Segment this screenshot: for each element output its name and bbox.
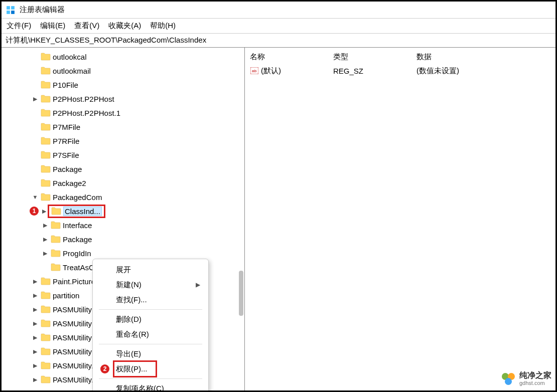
tree-label: PASMUtility bbox=[53, 319, 92, 328]
watermark-logo-icon bbox=[500, 370, 516, 386]
folder-icon bbox=[41, 179, 51, 187]
tree-item[interactable]: ▶P2PHost.P2PHost bbox=[2, 92, 244, 106]
address-bar[interactable]: 计算机\HKEY_CLASSES_ROOT\PackagedCom\ClassI… bbox=[2, 34, 555, 48]
tree-item[interactable]: ▼PackagedCom bbox=[2, 190, 244, 204]
context-menu-item[interactable]: 查找(F)... bbox=[93, 292, 208, 307]
expander-icon[interactable]: ▶ bbox=[42, 222, 49, 229]
tree-item[interactable]: ▶Interface bbox=[2, 218, 244, 232]
folder-icon bbox=[41, 193, 51, 201]
tree-item[interactable]: P7RFile bbox=[2, 134, 244, 148]
tree-item[interactable]: P7SFile bbox=[2, 148, 244, 162]
folder-icon bbox=[51, 263, 61, 271]
expander-icon[interactable]: ▶ bbox=[42, 250, 49, 257]
menu-item-label: 展开 bbox=[116, 265, 131, 275]
submenu-arrow-icon: ▶ bbox=[196, 281, 200, 288]
expander-icon[interactable]: ▶ bbox=[32, 320, 39, 327]
window-title: 注册表编辑器 bbox=[20, 5, 65, 15]
list-header: 名称 类型 数据 bbox=[245, 50, 555, 64]
folder-icon bbox=[41, 291, 51, 299]
callout-badge: 1 bbox=[30, 207, 39, 216]
tree-label: PackagedCom bbox=[53, 193, 102, 202]
folder-icon bbox=[41, 151, 51, 159]
folder-icon bbox=[41, 81, 51, 89]
tree-label: P10File bbox=[53, 81, 78, 89]
tree-label: Package bbox=[63, 235, 92, 244]
folder-icon bbox=[41, 319, 51, 327]
address-text: 计算机\HKEY_CLASSES_ROOT\PackagedCom\ClassI… bbox=[6, 36, 206, 45]
context-menu-item[interactable]: 2权限(P)... bbox=[93, 361, 208, 376]
expander-icon[interactable]: ▶ bbox=[32, 306, 39, 313]
tree-item[interactable]: ▶ProgIdIn bbox=[2, 246, 244, 260]
menu-file[interactable]: 文件(F) bbox=[7, 21, 31, 31]
tree-label: TreatAsC bbox=[63, 263, 94, 272]
expander-icon[interactable]: ▶ bbox=[42, 236, 49, 243]
tree-label: ClassInd... bbox=[63, 207, 102, 216]
tree-item[interactable]: outlookcal bbox=[2, 50, 244, 64]
menu-edit[interactable]: 编辑(E) bbox=[40, 21, 65, 31]
context-menu-item[interactable]: 重命名(R) bbox=[93, 327, 208, 342]
svg-rect-1 bbox=[11, 6, 15, 10]
svg-text:ab: ab bbox=[252, 69, 256, 73]
tree-item[interactable]: outlookmail bbox=[2, 64, 244, 78]
scrollbar-thumb[interactable] bbox=[239, 271, 243, 316]
tree-label: partition bbox=[53, 291, 79, 300]
folder-icon bbox=[51, 249, 61, 257]
context-menu-item[interactable]: 删除(D) bbox=[93, 312, 208, 327]
tree-item[interactable]: P7MFile bbox=[2, 120, 244, 134]
tree-item[interactable]: ▶Package bbox=[2, 232, 244, 246]
folder-icon bbox=[41, 375, 51, 383]
expander-icon[interactable]: ▶ bbox=[32, 278, 39, 285]
callout-badge: 2 bbox=[100, 364, 109, 373]
value-name: (默认) bbox=[261, 66, 281, 76]
context-menu: 展开新建(N)▶查找(F)...删除(D)重命名(R)导出(E)2权限(P)..… bbox=[92, 259, 209, 392]
folder-icon bbox=[41, 109, 51, 117]
col-header-type[interactable]: 类型 bbox=[333, 52, 416, 62]
tree-label: P2PHost.P2PHost.1 bbox=[53, 109, 120, 117]
expander-icon[interactable]: ▶ bbox=[32, 292, 39, 299]
expander-icon[interactable]: ▶ bbox=[32, 348, 39, 355]
context-menu-item[interactable]: 导出(E) bbox=[93, 346, 208, 361]
folder-icon bbox=[41, 53, 51, 61]
expander-icon[interactable]: ▶ bbox=[32, 362, 39, 369]
col-header-data[interactable]: 数据 bbox=[416, 52, 555, 62]
menu-item-label: 导出(E) bbox=[116, 349, 141, 359]
col-header-name[interactable]: 名称 bbox=[250, 52, 333, 62]
expander-icon[interactable]: ▶ bbox=[32, 376, 39, 383]
expander-icon[interactable]: ▼ bbox=[32, 194, 39, 200]
tree-label: PASMUtility bbox=[53, 333, 92, 342]
tree-label: Package2 bbox=[53, 179, 86, 187]
tree-item[interactable]: Package2 bbox=[2, 176, 244, 190]
folder-icon bbox=[41, 277, 51, 285]
reg-string-icon: ab bbox=[250, 67, 259, 75]
menu-help[interactable]: 帮助(H) bbox=[150, 21, 176, 31]
tree-label: P7MFile bbox=[53, 123, 80, 131]
tree-label: Interface bbox=[63, 221, 92, 230]
folder-icon bbox=[41, 305, 51, 313]
folder-icon bbox=[41, 137, 51, 145]
menu-item-label: 删除(D) bbox=[116, 315, 142, 324]
tree-item[interactable]: 1▶ClassInd... bbox=[2, 204, 244, 218]
folder-icon bbox=[41, 123, 51, 131]
tree-label: PASMUtility bbox=[53, 305, 92, 314]
tree-label: PASMUtility bbox=[53, 347, 92, 356]
context-menu-item[interactable]: 展开 bbox=[93, 262, 208, 277]
tree-item[interactable]: P10File bbox=[2, 78, 244, 92]
expander-icon[interactable]: ▶ bbox=[32, 96, 39, 102]
watermark: 纯净之家 gdhst.com bbox=[500, 370, 551, 386]
svg-rect-3 bbox=[11, 11, 15, 14]
tree-item[interactable]: Package bbox=[2, 162, 244, 176]
menu-item-label: 权限(P)... bbox=[116, 364, 148, 374]
menu-favorites[interactable]: 收藏夹(A) bbox=[108, 21, 141, 31]
expander-icon[interactable]: ▶ bbox=[32, 334, 39, 341]
expander-icon[interactable]: ▶ bbox=[41, 208, 48, 215]
tree-label: outlookmail bbox=[53, 67, 91, 75]
titlebar: 注册表编辑器 bbox=[2, 2, 555, 19]
context-menu-item[interactable]: 新建(N)▶ bbox=[93, 277, 208, 292]
context-menu-item[interactable]: 复制项名称(C) bbox=[93, 381, 208, 392]
tree-item[interactable]: P2PHost.P2PHost.1 bbox=[2, 106, 244, 120]
menu-item-label: 复制项名称(C) bbox=[116, 384, 164, 393]
menu-view[interactable]: 查看(V) bbox=[74, 21, 99, 31]
list-row[interactable]: ab (默认) REG_SZ (数值未设置) bbox=[245, 64, 555, 78]
regedit-icon bbox=[6, 5, 16, 15]
folder-icon bbox=[41, 333, 51, 341]
